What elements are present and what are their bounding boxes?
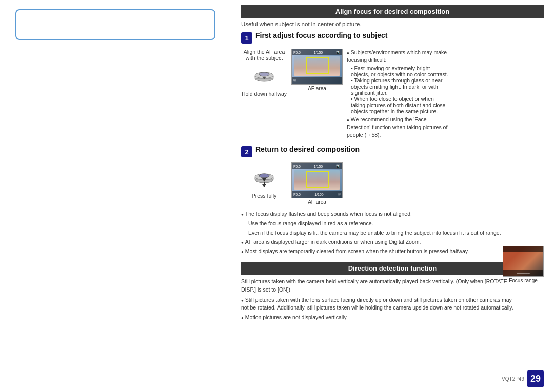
direction-text: Still pictures taken with the camera hel… [241,278,518,322]
right-panel: Align focus for desired composition Usef… [236,0,554,392]
focus-range-label: Focus range [509,278,538,283]
cam-toolbar: F5.5 1/150 📷 [292,49,342,55]
step1-content: Align the AF area with the subject Hold … [241,49,544,140]
step2-badge: 2 [241,146,252,157]
bottom-bullet-indent-2: Even if the focus display is lit, the ca… [241,229,508,237]
svg-marker-11 [262,184,266,187]
cam-toolbar-2: F5.5 1/150 📷 [292,163,342,169]
fr-toolbar [503,246,543,252]
step2-camera-view: F5.5 1/150 📷 F5.5 1/150 ⊞ [291,162,343,198]
bullet-list: Fast-moving or extremely bright objects,… [347,65,449,114]
svg-point-3 [259,72,269,76]
bullet-2: Taking pictures through glass or near ob… [351,77,449,96]
bottom-bullet-4: Most displays are temporarily cleared fr… [241,247,508,256]
step1-af-area-label: AF area [308,86,326,91]
direction-text-1: Still pictures taken with the camera hel… [241,278,518,294]
focus-range-container: ────── Focus range [503,246,544,283]
bullet-4: We recommend using the 'Face Detection' … [347,116,449,138]
bottom-bullets: The focus display flashes and beep sound… [241,210,508,256]
cam-bottom-2: F5.5 1/150 ⊞ [292,191,342,198]
align-focus-header: Align focus for desired composition [241,5,544,18]
step2-title: Return to desired composition [255,145,360,153]
shutter-fullpress-icon [251,162,277,191]
page-container: Align focus for desired composition Usef… [0,0,554,392]
left-panel [0,0,236,392]
hold-label: Hold down halfway [242,91,287,97]
step2-row: 2 Return to desired composition [241,145,544,157]
step1-bullets: Subjects/environments which may make foc… [347,49,449,140]
step1-left: Align the AF area with the subject Hold … [241,49,287,97]
page-code: VQT2P49 [502,376,524,382]
step2-af-area-label: AF area [308,199,326,205]
step2-left: Press fully [241,162,287,199]
bullet-3: When too close to object or when taking … [351,96,449,114]
bottom-bullet-0: The focus display flashes and beep sound… [241,210,508,218]
step1-title: First adjust focus according to subject [255,31,387,39]
cam-bottom: ⊞ [292,77,342,84]
focus-range-image: ────── [503,246,544,277]
direction-section: Direction detection function Still pictu… [241,262,544,322]
bullet-1: Fast-moving or extremely bright objects,… [351,65,449,77]
fr-bottom: ────── [503,270,543,276]
direction-bullet-1: Motion pictures are not displayed vertic… [241,314,518,322]
step2-camera-view-container: F5.5 1/150 📷 F5.5 1/150 ⊞ AF a [291,162,343,205]
page-number-container: VQT2P49 29 [502,370,544,387]
page-number: 29 [527,370,544,387]
bottom-bullet-indent-1: Use the focus range displayed in red as … [241,220,508,228]
svg-point-8 [259,174,269,178]
shutter-halfpress-icon [251,63,277,89]
bottom-bullet-3: AF area is displayed larger in dark cond… [241,238,508,246]
press-fully-label: Press fully [252,193,276,199]
useful-text: Useful when subject is not in center of … [241,21,544,27]
step1-camera-view: F5.5 1/150 📷 ⊞ [291,49,343,85]
af-box [306,57,329,74]
bullet-0: Subjects/environments which may make foc… [347,49,449,64]
align-label: Align the AF area with the subject [241,49,287,61]
step1-camera-view-container: F5.5 1/150 📷 ⊞ AF area [291,49,343,91]
step1-row: 1 First adjust focus according to subjec… [241,31,544,44]
step1-badge: 1 [241,32,252,44]
blue-decorative-box [15,9,215,40]
step2-content: Press fully F5.5 1/150 📷 F5. [241,162,544,205]
direction-header: Direction detection function [241,262,544,275]
direction-bullet-0: Still pictures taken with the lens surfa… [241,296,518,313]
af-box-2 [306,171,329,188]
